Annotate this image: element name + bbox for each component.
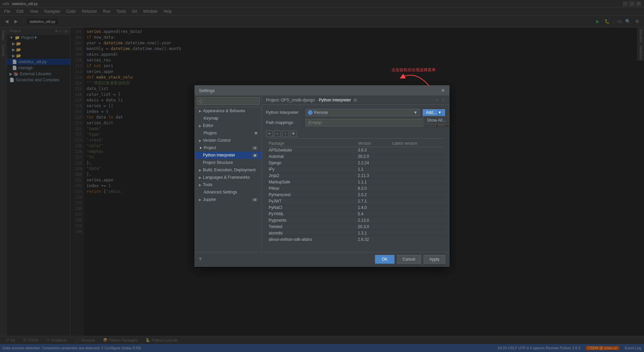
pkg-latest [389,147,445,153]
ok-btn[interactable]: OK [375,255,394,264]
table-row[interactable]: Automat 20.2.0 [266,153,445,160]
expand-build-icon: ▶ [199,168,202,172]
pkg-name: aioredis [266,230,355,236]
interpreter-value: Remote [314,110,328,115]
pkg-name: Django [266,160,355,166]
nav-keymap[interactable]: Keymap [195,115,262,122]
settings-search-input[interactable] [197,97,260,105]
nav-python-interpreter[interactable]: Python Interpreter ⊕ [195,151,262,159]
nav-editor[interactable]: ▶ Editor [195,122,262,129]
interpreter-label: Python Interpreter: [266,110,303,115]
table-row[interactable]: Pillow 8.2.0 [266,185,445,192]
pkg-latest [389,205,445,211]
pkg-add-btn[interactable]: + [266,130,273,137]
pkg-latest [389,173,445,179]
path-select[interactable]: (Empty) [306,119,436,126]
nav-advanced[interactable]: Advanced Settings [195,188,262,196]
table-row[interactable]: aliyun-python-sdk-alidns 2.6.32 [266,236,445,241]
table-row[interactable]: PyYAML 5.4 [266,211,445,217]
pkg-latest [389,160,445,166]
breadcrumb-back-btn[interactable]: ← [435,97,439,102]
dropdown-show-all[interactable]: Show All... [423,116,449,124]
dialog-overlay: Settings ✕ ▶ Appearance & Behavior Keyma… [0,0,644,352]
nav-plugins-arrow: ⊕ [254,131,258,135]
nav-interpreter-badge: ⊕ [252,153,258,157]
table-row[interactable]: PyJWT 1.7.1 [266,198,445,205]
pkg-version: 20.2.0 [355,153,389,160]
cancel-btn[interactable]: Cancel [397,255,421,264]
nav-project-label: Project [204,145,216,150]
interpreter-dropdown-arrow: ▼ [414,110,418,115]
expand-jupyter-icon: ▶ [199,198,202,202]
nav-build[interactable]: ▶ Build, Execution, Deployment [195,166,262,174]
breadcrumb-icon: ⊞ [354,98,357,102]
settings-dialog: Settings ✕ ▶ Appearance & Behavior Keyma… [195,85,449,267]
pkg-latest [389,230,445,236]
settings-content-panel: Project: OPS_cmdb-django › Python Interp… [262,95,449,252]
nav-editor-label: Editor [203,123,213,128]
nav-keymap-label: Keymap [199,116,218,121]
table-row[interactable]: aioredis 1.3.1 [266,230,445,236]
breadcrumb-page: Python Interpreter [319,98,351,102]
pkg-upgrade-btn[interactable]: ↑ [282,130,289,137]
pkg-version: 1.3.1 [355,230,389,236]
pkg-latest [389,153,445,160]
pkg-eye-btn[interactable]: 👁 [290,130,297,137]
nav-languages-label: Languages & Frameworks [203,175,250,180]
settings-content: Python Interpreter: Remote ▼ Add... [262,105,449,252]
pkg-remove-btn[interactable]: − [274,130,281,137]
table-row[interactable]: MarkupSafe 1.1.1 [266,179,445,185]
expand-vc-icon: ▶ [199,139,202,142]
pkg-version: 3.6.3 [355,147,389,153]
pkg-name: Jinja2 [266,173,355,179]
table-row[interactable]: Jinja2 2.11.3 [266,173,445,179]
packages-table-header: Package Version Latest version [266,140,445,147]
expand-appearance-icon: ▶ [199,109,202,113]
pkg-version: 1.7.1 [355,198,389,205]
pkg-latest [389,217,445,224]
table-row[interactable]: Pygments 2.13.0 [266,217,445,224]
table-row[interactable]: Django 2.2.24 [266,160,445,166]
pkg-name: Twisted [266,224,355,230]
pkg-latest [389,198,445,205]
nav-languages[interactable]: ▶ Languages & Frameworks [195,174,262,181]
interpreter-value-container: Remote [308,110,328,115]
nav-vc-label: Version Control [203,138,230,143]
dialog-close-btn[interactable]: ✕ [441,88,445,93]
interpreter-row: Python Interpreter: Remote ▼ Add... [266,109,445,116]
nav-project-structure[interactable]: Project Structure [195,159,262,166]
nav-jupyter[interactable]: ▶ Jupyter ⊕ [195,196,262,203]
table-row[interactable]: APScheduler 3.6.3 [266,147,445,153]
add-btn-arrow: ▼ [438,110,442,115]
add-btn[interactable]: Add... ▼ [423,109,445,116]
pkg-latest [389,185,445,192]
table-row[interactable]: PyNaCl 1.4.0 [266,205,445,211]
table-row[interactable]: Twisted 20.3.0 [266,224,445,230]
help-btn[interactable]: ? [199,257,202,262]
nav-jupyter-badge: ⊕ [252,198,258,202]
settings-nav: ▶ Appearance & Behavior Keymap ▶ Editor … [195,95,262,252]
annotation-text: 点击齿轮后出现选择菜单 [391,67,436,73]
settings-search-container [195,95,262,107]
table-row[interactable]: IPy 1.1 [266,166,445,173]
col-package: Package [266,140,355,147]
pkg-version: 2.2.24 [355,160,389,166]
packages-table: Package Version Latest version APSchedul… [266,140,445,241]
nav-project[interactable]: ▼ Project ⊕ [195,144,262,151]
apply-btn[interactable]: Apply [424,255,445,264]
nav-appearance-label: Appearance & Behavior [203,108,246,113]
nav-appearance[interactable]: ▶ Appearance & Behavior [195,107,262,115]
pkg-version: 1.4.0 [355,205,389,211]
pkg-name: PyYAML [266,211,355,217]
table-row[interactable]: PyHamcrest 2.0.2 [266,192,445,198]
pkg-version: 2.6.32 [355,236,389,241]
nav-project-badge: ⊕ [252,146,258,150]
breadcrumb-forward-btn[interactable]: → [441,97,445,102]
pkg-latest [389,179,445,185]
nav-tools[interactable]: ▶ Tools [195,181,262,188]
nav-plugins[interactable]: Plugins ⊕ [195,129,262,137]
interpreter-select[interactable]: Remote ▼ [306,109,420,116]
add-btn-label: Add... [426,110,436,115]
nav-version-control[interactable]: ▶ Version Control [195,137,262,144]
breadcrumb-sep1: › [316,98,317,102]
